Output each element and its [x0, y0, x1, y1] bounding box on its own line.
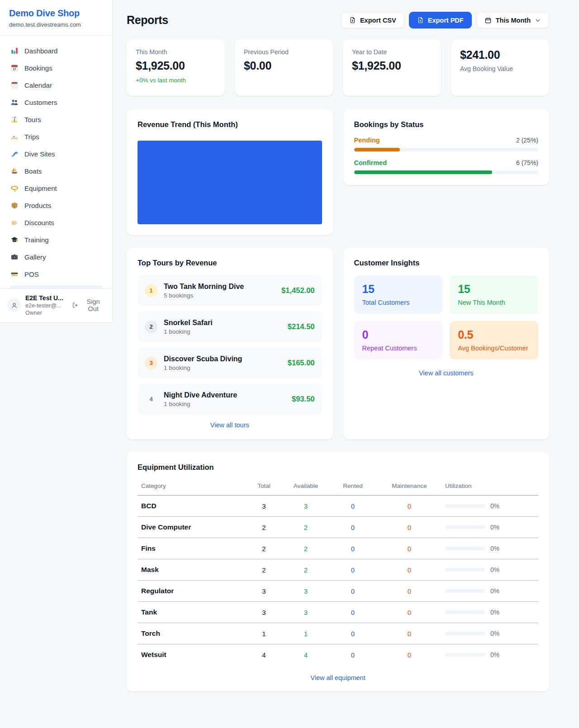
insights-row: Top Tours by Revenue 1 Two Tank Morning …: [127, 248, 549, 440]
revenue-trend-title: Revenue Trend (This Month): [138, 120, 322, 129]
people-icon: [10, 98, 19, 106]
sign-out-label: Sign Out: [81, 298, 105, 312]
sidebar-header: Demo Dive Shop demo.test.divestreams.com: [0, 0, 112, 36]
stat-label: Previous Period: [244, 48, 324, 56]
utilization-percent: 0%: [490, 609, 499, 616]
column-header: Maintenance: [377, 478, 441, 496]
sidebar-item-label: Gallery: [24, 253, 46, 261]
cell-rented: 0: [328, 496, 377, 517]
cell-available: 2: [283, 559, 328, 581]
stat-cards: This Month $1,925.00 +0% vs last month P…: [127, 39, 549, 96]
tile-new-this-month: 15 New This Month: [450, 275, 538, 314]
tour-row: 1 Two Tank Morning Dive 5 bookings $1,45…: [138, 275, 322, 306]
table-header-row: Category Total Available Rented Maintena…: [138, 478, 538, 496]
rank-badge: 3: [145, 357, 157, 369]
table-row: BCD 3 3 0 0 0%: [138, 496, 538, 517]
graduation-cap-icon: [10, 236, 19, 244]
tile-total-customers: 15 Total Customers: [354, 275, 443, 314]
status-count: 2 (25%): [516, 137, 538, 144]
tile-label: Avg Bookings/Customer: [458, 345, 530, 352]
utilization-cell: 0%: [445, 502, 535, 510]
tile-value: 15: [458, 283, 530, 296]
period-dropdown[interactable]: This Month: [476, 12, 549, 28]
cell-maintenance: 0: [377, 581, 441, 602]
shop-domain: demo.test.divestreams.com: [9, 21, 103, 28]
cell-maintenance: 0: [377, 517, 441, 538]
user-name: E2E Test U...: [25, 294, 67, 302]
tile-label: Repeat Customers: [362, 345, 435, 352]
export-csv-button[interactable]: Export CSV: [341, 12, 404, 28]
table-row: Torch 1 1 0 0 0%: [138, 623, 538, 644]
camera-icon: [10, 253, 19, 261]
cell-rented: 0: [328, 517, 377, 538]
status-label: Pending: [354, 137, 380, 144]
tile-repeat-customers: 0 Repeat Customers: [354, 321, 443, 359]
sidebar-item-gallery[interactable]: Gallery: [5, 248, 108, 265]
cell-total: 2: [245, 559, 283, 581]
speedboat-icon: [10, 132, 19, 141]
cell-available: 3: [283, 581, 328, 602]
sidebar-item-label: Discounts: [24, 219, 54, 227]
credit-card-icon: [10, 270, 19, 278]
utilization-percent: 0%: [490, 651, 499, 658]
cell-total: 2: [245, 517, 283, 538]
cell-rented: 0: [328, 602, 377, 623]
utilization-cell: 0%: [445, 651, 535, 658]
utilization-track: [445, 547, 485, 550]
sidebar-item-customers[interactable]: Customers: [5, 94, 108, 111]
shop-name: Demo Dive Shop: [9, 8, 103, 19]
tour-revenue: $165.00: [288, 359, 315, 367]
utilization-cell: 0%: [445, 630, 535, 637]
sidebar-item-training[interactable]: Training: [5, 231, 108, 248]
sidebar-item-dashboard[interactable]: Dashboard: [5, 42, 108, 59]
stat-value: $1,925.00: [136, 59, 216, 72]
cell-category: Wetsuit: [138, 644, 245, 666]
sidebar-item-label: Training: [24, 236, 49, 244]
view-all-equipment-link[interactable]: View all equipment: [138, 674, 538, 681]
view-all-tours-link[interactable]: View all tours: [138, 421, 322, 429]
island-palm-icon: [10, 115, 19, 123]
cell-available: 3: [283, 496, 328, 517]
export-csv-label: Export CSV: [360, 17, 396, 24]
tour-row: 4 Night Dive Adventure 1 booking $93.50: [138, 384, 322, 414]
sidebar-item-reports-partial[interactable]: [9, 285, 103, 288]
export-pdf-button[interactable]: Export PDF: [409, 12, 472, 28]
cell-rented: 0: [328, 644, 377, 666]
status-label: Confirmed: [354, 159, 387, 166]
sidebar-item-equipment[interactable]: Equipment: [5, 180, 108, 197]
sidebar-item-label: POS: [24, 270, 39, 278]
stat-this-month: This Month $1,925.00 +0% vs last month: [127, 39, 225, 96]
sidebar-item-label: Dive Sites: [24, 150, 55, 158]
progress-track: [354, 148, 539, 151]
sidebar-item-boats[interactable]: Boats: [5, 162, 108, 180]
sidebar-item-discounts[interactable]: Discounts: [5, 214, 108, 231]
equipment-table: Category Total Available Rented Maintena…: [138, 478, 538, 665]
sidebar-item-tours[interactable]: Tours: [5, 111, 108, 128]
sidebar-item-label: Boats: [24, 167, 42, 175]
utilization-cell: 0%: [445, 524, 535, 531]
stat-label: Year to Date: [352, 48, 432, 56]
utilization-percent: 0%: [490, 524, 499, 531]
sidebar-item-label: Trips: [24, 133, 39, 141]
equipment-utilization-title: Equipment Utilization: [138, 463, 538, 472]
cell-category: Tank: [138, 602, 245, 623]
user-email: e2e-tester@...: [25, 303, 67, 309]
sidebar-item-trips[interactable]: Trips: [5, 128, 108, 145]
avatar: [7, 298, 21, 312]
sidebar-item-pos[interactable]: POS: [5, 265, 108, 283]
sign-out-button[interactable]: Sign Out: [72, 298, 105, 312]
tour-revenue: $93.50: [292, 395, 314, 403]
view-all-customers-link[interactable]: View all customers: [354, 369, 539, 377]
table-row: Tank 3 3 0 0 0%: [138, 602, 538, 623]
sidebar-item-calendar[interactable]: Calendar: [5, 76, 108, 94]
sidebar-item-bookings[interactable]: 17 Bookings: [5, 59, 108, 76]
sidebar-item-dive-sites[interactable]: Dive Sites: [5, 145, 108, 162]
calendar-date-icon: 17: [10, 64, 19, 72]
stat-value: $0.00: [244, 59, 324, 72]
tile-value: 0.5: [458, 328, 530, 341]
period-label: This Month: [496, 17, 531, 24]
table-row: Mask 2 2 0 0 0%: [138, 559, 538, 581]
sidebar-item-products[interactable]: Products: [5, 197, 108, 214]
person-icon: [10, 302, 18, 309]
tour-bookings: 1 booking: [164, 401, 237, 407]
